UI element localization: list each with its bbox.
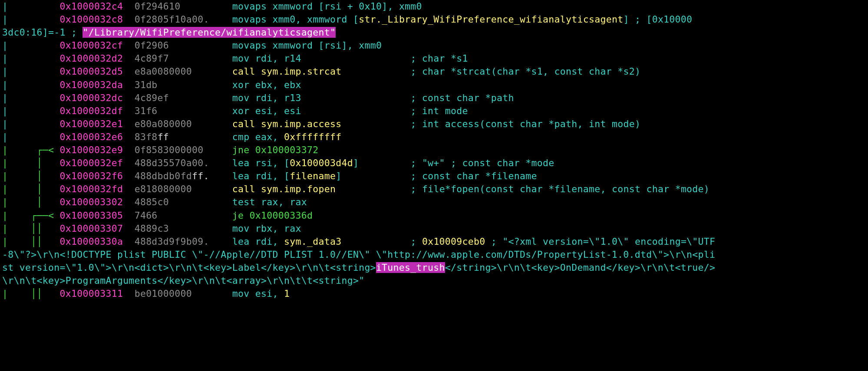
- asm-row: | ┌─< 0x1000032e9 0f8583000000 jne 0x100…: [2, 144, 866, 157]
- disassembly-view: | 0x1000032c4 0f294610 movaps xmmword [r…: [0, 0, 868, 300]
- asm-row: | 0x1000032d5 e8a0080000 call sym.imp.st…: [2, 65, 866, 78]
- asm-row: | ││ 0x100003307 4889c3 mov rbx, rax: [2, 222, 866, 235]
- asm-row: | │ 0x100003302 4885c0 test rax, rax: [2, 196, 866, 209]
- asm-row: | │ 0x1000032ef 488d35570a00. lea rsi, […: [2, 157, 866, 170]
- asm-row: | │ 0x1000032f6 488dbdb0fdff. lea rdi, […: [2, 170, 866, 183]
- asm-row: | ││ 0x100003311 be01000000 mov esi, 1: [2, 287, 866, 300]
- asm-row: | 0x1000032e1 e80a080000 call sym.imp.ac…: [2, 118, 866, 131]
- asm-row: | 0x1000032e6 83f8ff cmp eax, 0xffffffff: [2, 131, 866, 144]
- asm-row: | 0x1000032df 31f6 xor esi, esi ; int mo…: [2, 105, 866, 118]
- asm-row: | 0x1000032d2 4c89f7 mov rdi, r14 ; char…: [2, 52, 866, 65]
- asm-wrap: 3dc0:16]=-1 ; "/Library/WifiPreference/w…: [2, 26, 866, 39]
- asm-row: | ││ 0x10000330a 488d3d9f9b09. lea rdi, …: [2, 235, 866, 248]
- asm-row: | ┌──< 0x100003305 7466 je 0x10000336d: [2, 209, 866, 222]
- asm-row: | 0x1000032c8 0f2805f10a00. movaps xmm0,…: [2, 13, 866, 26]
- asm-wrap: -8\"?>\r\n<!DOCTYPE plist PUBLIC \"-//Ap…: [2, 248, 866, 261]
- asm-row: | │ 0x1000032fd e818080000 call sym.imp.…: [2, 183, 866, 196]
- asm-row: | 0x1000032cf 0f2906 movaps xmmword [rsi…: [2, 39, 866, 52]
- asm-wrap: \r\n\t<key>ProgramArguments</key>\r\n\t<…: [2, 274, 866, 287]
- asm-row: | 0x1000032dc 4c89ef mov rdi, r13 ; cons…: [2, 92, 866, 105]
- asm-wrap: st version=\"1.0\">\r\n<dict>\r\n\t<key>…: [2, 261, 866, 274]
- asm-row: | 0x1000032c4 0f294610 movaps xmmword [r…: [2, 0, 866, 13]
- asm-row: | 0x1000032da 31db xor ebx, ebx: [2, 79, 866, 92]
